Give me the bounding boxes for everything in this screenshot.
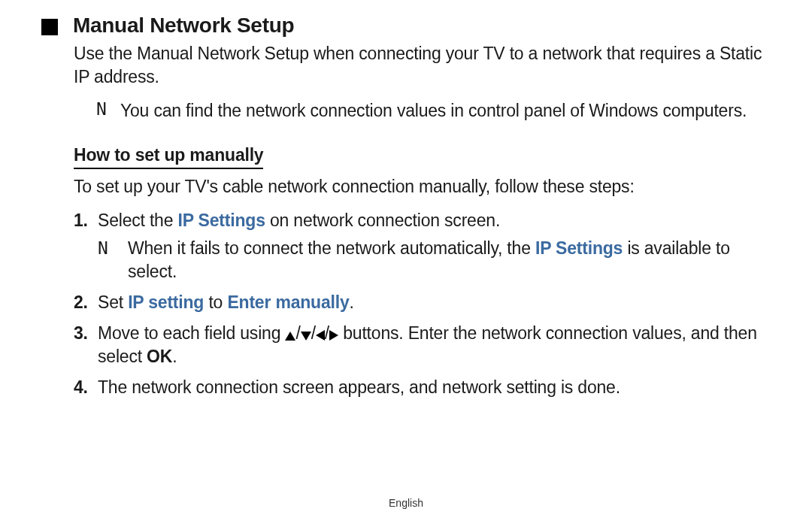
lead-text: To set up your TV's cable network connec… — [74, 175, 767, 198]
text: to — [204, 292, 227, 312]
step-2: 2. Set IP setting to Enter manually. — [74, 291, 767, 314]
steps-list: 1. Select the IP Settings on network con… — [74, 209, 767, 399]
step-1-note-text: When it fails to connect the network aut… — [128, 237, 767, 283]
highlight-ip-settings: IP Settings — [177, 210, 265, 230]
manual-page: Manual Network Setup Use the Manual Netw… — [0, 0, 812, 530]
text: Move to each field using — [98, 323, 285, 343]
arrow-up-icon — [285, 332, 295, 341]
step-1-note: N When it fails to connect the network a… — [98, 237, 767, 283]
top-note: N You can find the network connection va… — [96, 99, 767, 123]
text: on network connection screen. — [265, 210, 500, 230]
step-number: 3. — [74, 322, 98, 368]
step-number: 1. — [74, 209, 98, 283]
page-title: Manual Network Setup — [73, 14, 294, 38]
step-3: 3. Move to each field using /// buttons.… — [74, 322, 767, 368]
text: . — [172, 347, 177, 366]
sub-heading: How to set up manually — [74, 145, 263, 169]
text: When it fails to connect the network aut… — [128, 238, 535, 258]
step-body: Set IP setting to Enter manually. — [98, 291, 767, 314]
step-body: The network connection screen appears, a… — [98, 376, 767, 399]
step-4: 4. The network connection screen appears… — [74, 376, 767, 399]
arrow-right-icon — [329, 330, 338, 341]
highlight-ok: OK — [147, 347, 172, 366]
highlight-ip-setting: IP setting — [128, 292, 204, 312]
text: Select the — [98, 210, 177, 230]
note-marker-icon: N — [98, 237, 128, 283]
step-number: 2. — [74, 291, 98, 314]
step-body: Move to each field using /// buttons. En… — [98, 322, 767, 368]
step-body: Select the IP Settings on network connec… — [98, 209, 767, 283]
arrow-down-icon — [301, 332, 311, 341]
arrow-left-icon — [316, 330, 325, 341]
highlight-enter-manually: Enter manually — [227, 292, 349, 312]
note-marker-icon: N — [96, 99, 120, 123]
text: Set — [98, 292, 128, 312]
footer-language: English — [0, 497, 812, 509]
square-bullet-icon — [41, 19, 58, 35]
step-number: 4. — [74, 376, 98, 399]
intro-text: Use the Manual Network Setup when connec… — [74, 42, 767, 89]
top-note-text: You can find the network connection valu… — [120, 99, 747, 123]
title-row: Manual Network Setup — [41, 14, 767, 38]
step-1: 1. Select the IP Settings on network con… — [74, 209, 767, 283]
text: . — [350, 292, 354, 312]
highlight-ip-settings: IP Settings — [535, 238, 623, 258]
